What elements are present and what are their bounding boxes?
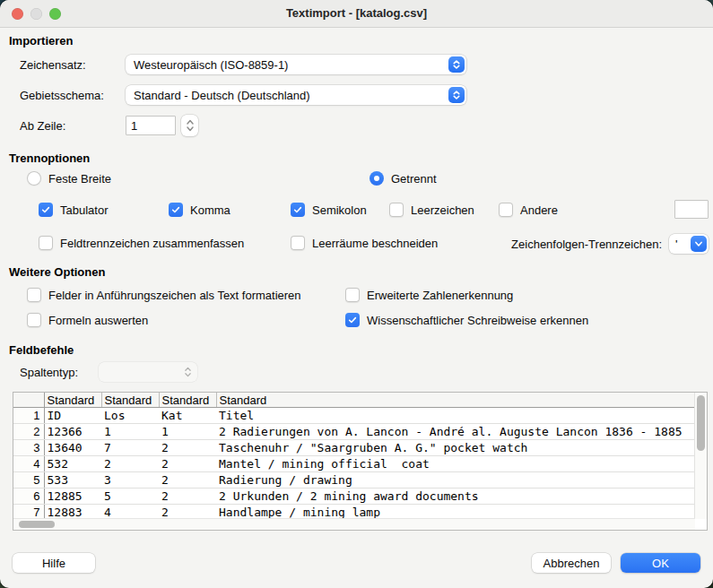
column-header[interactable]: Standard bbox=[101, 393, 159, 408]
checkbox-checked-icon bbox=[169, 203, 183, 217]
preview-table: Standard Standard Standard Standard 1 ID… bbox=[13, 393, 695, 519]
table-row: 7 12883 4 2 Handlampe / mining lamp bbox=[13, 505, 695, 520]
locale-select[interactable]: Standard - Deutsch (Deutschland) bbox=[126, 85, 466, 105]
table-row: 2 12366 1 1 2 Radierungen von A. Lancon … bbox=[13, 424, 695, 440]
checkbox-semikolon[interactable]: Semikolon bbox=[291, 203, 367, 217]
radio-off-icon bbox=[27, 171, 41, 186]
checkbox-felder-als-text[interactable]: Felder in Anführungszeichen als Text for… bbox=[27, 288, 301, 302]
chevron-updown-icon bbox=[448, 87, 465, 103]
section-importieren: Importieren bbox=[9, 34, 74, 48]
checkbox-leerzeichen-label: Leerzeichen bbox=[411, 203, 474, 217]
checkbox-andere-label: Andere bbox=[520, 203, 558, 217]
horizontal-scrollbar[interactable] bbox=[13, 518, 695, 530]
help-button-label: Hilfe bbox=[42, 557, 65, 570]
checkbox-formulas-label: Formeln auswerten bbox=[48, 314, 148, 327]
checkbox-leerzeichen[interactable]: Leerzeichen bbox=[389, 203, 474, 217]
checkbox-unchecked-icon bbox=[39, 236, 53, 250]
andere-input[interactable] bbox=[674, 200, 709, 219]
string-delimiter-label: Zeichenfolgen-Trennzeichen: bbox=[489, 238, 662, 251]
checkbox-andere[interactable]: Andere bbox=[499, 203, 558, 217]
cell: ID bbox=[44, 408, 101, 424]
cancel-button[interactable]: Abbrechen bbox=[532, 553, 611, 573]
close-button-icon[interactable] bbox=[12, 8, 23, 20]
cell: 2 bbox=[159, 456, 216, 472]
checkbox-formeln-auswerten[interactable]: Formeln auswerten bbox=[27, 313, 148, 327]
cell: 12885 bbox=[44, 489, 101, 505]
cell: Radierung / drawing bbox=[216, 472, 695, 489]
zoom-button-icon[interactable] bbox=[49, 8, 61, 20]
cell: 1 bbox=[101, 424, 159, 440]
checkbox-trim-label: Leerräume beschneiden bbox=[312, 237, 438, 250]
checkbox-tabulator-label: Tabulator bbox=[60, 203, 108, 217]
charset-select[interactable]: Westeuropäisch (ISO-8859-1) bbox=[126, 55, 466, 74]
cell: 2 bbox=[159, 472, 216, 489]
table-row: 6 12885 5 2 2 Urkunden / 2 mining award … bbox=[13, 489, 695, 505]
chevron-down-icon bbox=[691, 236, 707, 252]
minimize-button-icon[interactable] bbox=[30, 8, 42, 20]
horizontal-scrollbar-thumb[interactable] bbox=[19, 521, 55, 528]
row-number: 6 bbox=[13, 489, 44, 505]
help-button[interactable]: Hilfe bbox=[13, 553, 95, 573]
cell: Taschenuhr / "Saargruben A. G." pocket w… bbox=[216, 440, 695, 456]
row-number: 3 bbox=[13, 440, 44, 456]
string-delimiter-combo[interactable]: ' bbox=[669, 234, 709, 254]
row-number: 7 bbox=[13, 505, 44, 520]
locale-label: Gebietsschema: bbox=[20, 89, 104, 102]
vertical-scrollbar-thumb[interactable] bbox=[697, 395, 705, 451]
checkbox-unchecked-icon bbox=[291, 236, 305, 250]
checkbox-scientific-label: Wissenschaftlicher Schreibweise erkennen bbox=[367, 314, 588, 327]
titlebar[interactable]: Textimport - [katalog.csv] bbox=[0, 0, 713, 28]
chevron-updown-icon bbox=[448, 56, 465, 73]
column-type-select[interactable] bbox=[99, 362, 197, 382]
cell: Kat bbox=[159, 408, 216, 424]
checkbox-feldtrennzeichen-zusammenfassen[interactable]: Feldtrennzeichen zusammenfassen bbox=[39, 236, 244, 250]
checkbox-unchecked-icon bbox=[389, 203, 404, 217]
cell: 12366 bbox=[44, 424, 101, 440]
from-row-value: 1 bbox=[131, 119, 137, 133]
chevron-updown-icon bbox=[183, 366, 193, 378]
cell: 13640 bbox=[44, 440, 101, 456]
row-number: 5 bbox=[13, 472, 44, 489]
checkbox-semikolon-label: Semikolon bbox=[312, 203, 367, 217]
from-row-stepper[interactable] bbox=[181, 115, 198, 136]
radio-feste-breite[interactable]: Feste Breite bbox=[27, 171, 111, 186]
cell: 5 bbox=[101, 489, 159, 505]
checkbox-leerraeume-beschneiden[interactable]: Leerräume beschneiden bbox=[291, 236, 438, 250]
section-weitere-optionen: Weitere Optionen bbox=[9, 265, 105, 279]
cell: 4 bbox=[101, 505, 159, 520]
cell: 2 bbox=[159, 505, 216, 520]
column-type-label: Spaltentyp: bbox=[20, 366, 78, 379]
cell: Los bbox=[101, 408, 159, 424]
traffic-lights bbox=[12, 8, 61, 20]
table-row: 5 533 3 2 Radierung / drawing bbox=[13, 472, 695, 489]
vertical-scrollbar[interactable] bbox=[695, 393, 707, 519]
table-header-row: Standard Standard Standard Standard bbox=[13, 393, 695, 408]
row-number: 2 bbox=[13, 424, 44, 440]
column-header[interactable]: Standard bbox=[216, 393, 695, 408]
window-title: Textimport - [katalog.csv] bbox=[0, 0, 713, 27]
from-row-input[interactable]: 1 bbox=[126, 116, 176, 135]
column-header[interactable]: Standard bbox=[44, 393, 101, 408]
checkbox-wissenschaftliche-schreibweise[interactable]: Wissenschaftlicher Schreibweise erkennen bbox=[345, 313, 588, 327]
preview-clip: Standard Standard Standard Standard 1 ID… bbox=[13, 393, 695, 519]
checkbox-quoted-label: Felder in Anführungszeichen als Text for… bbox=[48, 289, 301, 302]
checkbox-unchecked-icon bbox=[27, 313, 41, 327]
checkbox-unchecked-icon bbox=[27, 288, 41, 302]
header-corner bbox=[13, 393, 44, 408]
checkbox-tabulator[interactable]: Tabulator bbox=[39, 203, 108, 217]
checkbox-komma[interactable]: Komma bbox=[169, 203, 230, 217]
cell: 2 bbox=[159, 489, 216, 505]
radio-getrennt[interactable]: Getrennt bbox=[370, 171, 437, 186]
ok-button[interactable]: OK bbox=[621, 553, 700, 573]
cell: Mantel / mining official coat bbox=[216, 456, 695, 472]
charset-label: Zeichensatz: bbox=[20, 58, 86, 72]
string-delimiter-value: ' bbox=[675, 238, 677, 251]
cell: 7 bbox=[101, 440, 159, 456]
column-header[interactable]: Standard bbox=[159, 393, 216, 408]
checkbox-erweiterte-zahlenerkennung[interactable]: Erweiterte Zahlenerkennung bbox=[345, 288, 513, 302]
checkbox-numbers-label: Erweiterte Zahlenerkennung bbox=[367, 289, 513, 302]
section-trennoptionen: Trennoptionen bbox=[9, 151, 90, 165]
row-number: 1 bbox=[13, 408, 44, 424]
cell: 2 Radierungen von A. Lancon - André al. … bbox=[216, 424, 695, 440]
cell: 1 bbox=[159, 424, 216, 440]
